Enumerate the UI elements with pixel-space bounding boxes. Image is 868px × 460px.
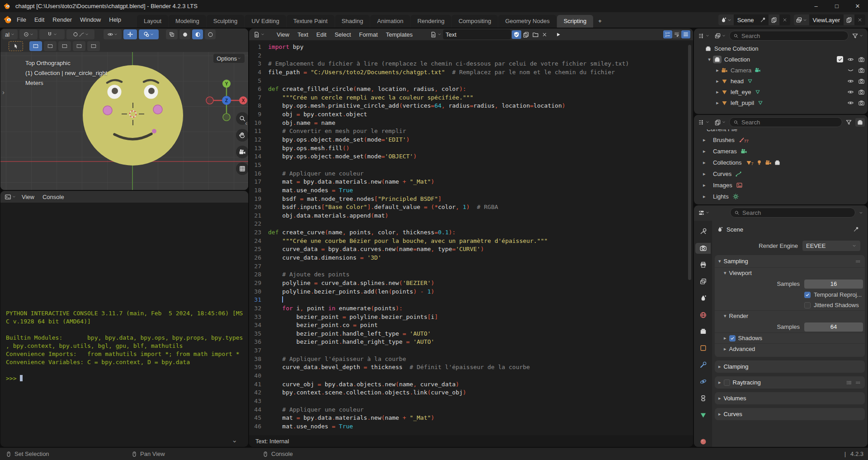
disable-render-toggle[interactable] bbox=[858, 100, 865, 106]
checkbox-jittered-shadows[interactable] bbox=[804, 302, 811, 308]
disable-render-toggle[interactable] bbox=[858, 56, 865, 63]
panel-expander-icon[interactable]: ▸ bbox=[718, 411, 721, 417]
outliner-item-label[interactable]: Collection bbox=[724, 56, 750, 63]
syntax-highlight-toggle[interactable] bbox=[681, 30, 690, 38]
pivot-point-dropdown[interactable] bbox=[19, 29, 38, 39]
subpanel-expander-icon[interactable]: ▾ bbox=[724, 270, 726, 276]
viewport-canvas[interactable]: Y X Z Top Orthographic (1) Collection | … bbox=[0, 52, 248, 190]
active-tool-tweak-button[interactable] bbox=[9, 41, 23, 51]
select-box-new-button[interactable] bbox=[29, 41, 42, 51]
properties-tab-wrench[interactable] bbox=[695, 360, 711, 370]
properties-tab-printer[interactable] bbox=[695, 260, 711, 270]
datablock-label[interactable]: Collections bbox=[713, 159, 742, 166]
gizmo-neg-x-ball[interactable] bbox=[206, 97, 213, 104]
tab-animation[interactable]: Animation bbox=[370, 15, 410, 28]
value-field-samples[interactable]: 16 bbox=[804, 280, 863, 289]
datablocks-search[interactable] bbox=[729, 117, 842, 127]
shading-wireframe-button[interactable] bbox=[179, 29, 190, 39]
properties-tab-tool[interactable] bbox=[695, 226, 711, 237]
overlays-toggle[interactable] bbox=[139, 29, 159, 39]
scene-name[interactable]: Scene bbox=[734, 17, 758, 24]
open-text-button[interactable] bbox=[531, 30, 540, 39]
hide-viewport-toggle[interactable] bbox=[847, 78, 854, 85]
outliner-row-camera[interactable]: ▸Camera bbox=[694, 65, 868, 76]
properties-tab-orbit[interactable] bbox=[695, 376, 711, 387]
datablocks-display-mode-button[interactable] bbox=[697, 118, 711, 127]
properties-tab-constraint[interactable] bbox=[695, 393, 711, 403]
tab-sculpting[interactable]: Sculpting bbox=[207, 15, 244, 28]
shading-solid-button[interactable] bbox=[192, 29, 203, 39]
options-dropdown[interactable]: Options bbox=[213, 54, 245, 63]
text-datablock-field[interactable]: Text bbox=[443, 29, 511, 39]
properties-search[interactable] bbox=[730, 208, 855, 218]
toolbar-expand-icon[interactable]: › bbox=[2, 88, 5, 96]
subpanel-shadows[interactable]: ▸Shadows bbox=[715, 332, 865, 343]
tab-compositing[interactable]: Compositing bbox=[452, 15, 498, 28]
text-menu-templates[interactable]: Templates bbox=[382, 31, 417, 38]
unlink-scene-button[interactable] bbox=[779, 14, 790, 25]
camera-view-button[interactable] bbox=[236, 146, 248, 158]
outliner-search[interactable] bbox=[729, 31, 849, 41]
value-field-samples[interactable]: 64 bbox=[804, 322, 863, 332]
word-wrap-toggle[interactable] bbox=[672, 30, 681, 38]
scene-icon[interactable] bbox=[718, 14, 734, 25]
editor-type-console-button[interactable] bbox=[3, 193, 18, 201]
current-file-row-clipped[interactable]: Current File bbox=[707, 129, 868, 133]
datablock-label[interactable]: Cameras bbox=[713, 148, 737, 155]
tab-rendering[interactable]: Rendering bbox=[410, 15, 451, 28]
menu-help[interactable]: Help bbox=[105, 12, 125, 28]
datablock-row-lights[interactable]: ▸Lights bbox=[694, 191, 868, 202]
expander-icon[interactable]: ▸ bbox=[703, 171, 710, 177]
properties-tab-tri[interactable] bbox=[695, 409, 711, 420]
subpanel-expander-icon[interactable]: ▾ bbox=[724, 313, 726, 319]
tab-shading[interactable]: Shading bbox=[335, 15, 370, 28]
disable-render-toggle[interactable] bbox=[858, 67, 865, 74]
new-viewlayer-button[interactable] bbox=[844, 14, 854, 25]
gizmos-toggle[interactable] bbox=[123, 29, 137, 39]
tab-layout[interactable]: Layout bbox=[137, 15, 168, 28]
new-text-button[interactable] bbox=[521, 30, 531, 39]
properties-display-button[interactable] bbox=[697, 209, 711, 217]
shading-material-button[interactable] bbox=[205, 29, 216, 39]
panel-expander-icon[interactable]: ▾ bbox=[718, 258, 721, 264]
panel-header-volumes[interactable]: ▸Volumes bbox=[715, 392, 865, 404]
tab-uv-editing[interactable]: UV Editing bbox=[245, 15, 286, 28]
properties-tab-sphere[interactable] bbox=[695, 436, 711, 447]
remove-viewlayer-button[interactable] bbox=[854, 14, 865, 25]
console-output[interactable]: PYTHON INTERACTIVE CONSOLE 3.11.7 (main,… bbox=[6, 309, 243, 383]
text-menu-format[interactable]: Format bbox=[355, 31, 382, 38]
select-box-subtract-button[interactable] bbox=[58, 41, 71, 51]
viewlayer-icon[interactable] bbox=[794, 14, 809, 25]
text-datablock-browse-button[interactable] bbox=[429, 30, 443, 39]
new-scene-button[interactable] bbox=[769, 14, 779, 25]
subpanel-expander-icon[interactable]: ▸ bbox=[724, 346, 726, 352]
panel-header-raytracing[interactable]: ▸Raytracing bbox=[715, 376, 865, 389]
outliner-row-scene-collection[interactable]: Scene Collection bbox=[694, 43, 868, 54]
hide-viewport-toggle[interactable] bbox=[847, 100, 854, 106]
subpanel-advanced[interactable]: ▸Advanced bbox=[715, 343, 865, 354]
gizmo-neg-y-ball[interactable] bbox=[223, 114, 230, 121]
text-ok-shield-button[interactable] bbox=[512, 30, 521, 39]
snap-dropdown[interactable] bbox=[39, 29, 65, 39]
proportional-editing-dropdown[interactable] bbox=[66, 29, 94, 39]
subpanel-expander-icon[interactable]: ▸ bbox=[724, 335, 726, 341]
properties-tab-droplet[interactable] bbox=[695, 293, 711, 304]
outliner-item-label[interactable]: left_pupil bbox=[731, 100, 754, 106]
subpanel-viewport[interactable]: ▾Viewport bbox=[715, 267, 865, 278]
outliner-item-label[interactable]: Scene Collection bbox=[714, 45, 759, 52]
datablocks-filter-button[interactable] bbox=[844, 118, 854, 127]
hide-viewport-toggle-off[interactable] bbox=[847, 67, 854, 74]
minimize-button[interactable]: – bbox=[806, 0, 826, 12]
datablock-row-images[interactable]: ▸Images bbox=[694, 180, 868, 191]
menu-window[interactable]: Window bbox=[76, 12, 105, 28]
xray-toggle[interactable] bbox=[166, 29, 178, 39]
tab-modeling[interactable]: Modeling bbox=[169, 15, 206, 28]
outliner-item-label[interactable]: left_eye bbox=[731, 89, 751, 95]
hide-viewport-toggle[interactable] bbox=[847, 56, 854, 63]
outliner-filter-id-button[interactable] bbox=[713, 32, 727, 40]
grid-view-button[interactable] bbox=[236, 162, 248, 175]
viewlayer-name[interactable]: ViewLayer bbox=[809, 17, 844, 24]
text-menu-text[interactable]: Text bbox=[293, 31, 312, 38]
panel-header-curves[interactable]: ▸Curves bbox=[715, 408, 865, 420]
panel-expander-icon[interactable]: ▸ bbox=[718, 395, 721, 401]
